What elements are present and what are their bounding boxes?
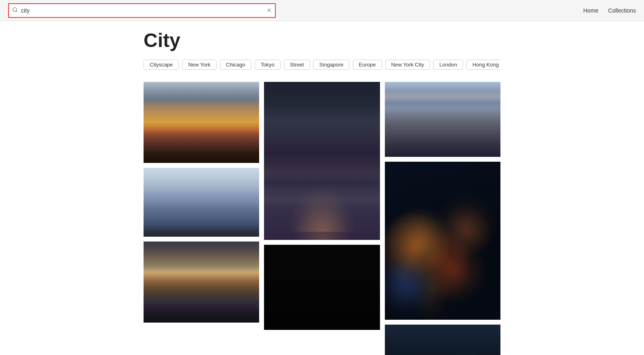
photo-nyc-bridge[interactable] [144,242,259,323]
photo-nyc-skyline[interactable] [144,168,259,237]
svg-line-1 [16,11,17,12]
filter-hong-kong[interactable]: Hong Kong [466,60,500,70]
svg-point-0 [13,8,17,11]
photo-dark[interactable] [264,245,380,330]
search-icon [12,7,18,14]
filter-street[interactable]: Street [284,60,310,70]
nav-home[interactable]: Home [583,7,598,14]
filter-tokyo[interactable]: Tokyo [255,60,281,70]
photo-column-right [385,82,500,355]
photo-column-left [144,82,259,355]
filter-singapore[interactable]: Singapore [313,60,349,70]
photo-grid [144,82,500,355]
filter-europe[interactable]: Europe [353,60,382,70]
search-input[interactable] [21,7,263,14]
filter-new-york-city[interactable]: New York City [385,60,430,70]
filter-cityscape[interactable]: Cityscape [144,60,179,70]
nav-collections[interactable]: Collections [608,7,636,14]
photo-column-mid [264,82,380,355]
filter-chicago[interactable]: Chicago [220,60,251,70]
photo-city-street[interactable] [264,82,380,240]
nav-links: Home Collections [583,7,636,14]
photo-nyc-aerial[interactable] [144,82,259,163]
photo-city-lights[interactable] [385,325,500,355]
photo-tokyo-night[interactable] [385,162,500,320]
filter-london[interactable]: London [433,60,463,70]
photo-chicago-aerial[interactable] [385,82,500,157]
search-clear-button[interactable]: ✕ [266,6,272,14]
header: ✕ Home Collections [0,0,644,21]
page-title: City [144,29,500,51]
filter-new-york[interactable]: New York [182,60,217,70]
filter-bar: Cityscape New York Chicago Tokyo Street … [144,60,500,70]
main-content: City Cityscape New York Chicago Tokyo St… [0,29,644,355]
search-container: ✕ [8,3,276,18]
